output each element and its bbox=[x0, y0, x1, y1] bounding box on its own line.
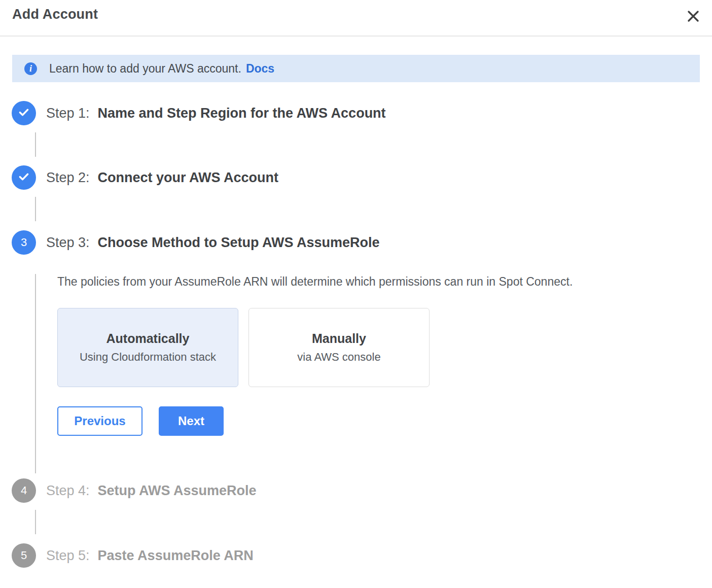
add-account-modal: Add Account i Learn how to add your AWS … bbox=[0, 0, 712, 588]
wizard-buttons: Previous Next bbox=[57, 406, 700, 436]
step-connector bbox=[35, 510, 36, 534]
step-4-number: 4 bbox=[21, 484, 27, 497]
step-row-1[interactable]: Step 1:Name and Step Region for the AWS … bbox=[12, 101, 700, 125]
step-5-label: Step 5: bbox=[46, 548, 90, 563]
step-3-circle: 3 bbox=[12, 230, 36, 255]
step-5-number: 5 bbox=[21, 549, 27, 562]
step-3-number: 3 bbox=[21, 236, 27, 249]
step-1-circle[interactable] bbox=[12, 101, 36, 125]
wizard-stepper: Step 1:Name and Step Region for the AWS … bbox=[0, 82, 712, 568]
step-row-5: 5 Step 5:Paste AssumeRole ARN bbox=[12, 543, 700, 568]
check-icon bbox=[17, 170, 30, 185]
step-3-label: Step 3: bbox=[46, 235, 90, 250]
modal-header: Add Account bbox=[0, 0, 712, 37]
step-1-label: Step 1: bbox=[46, 106, 90, 121]
info-banner: i Learn how to add your AWS account. Doc… bbox=[12, 55, 700, 82]
step-1-text: Step 1:Name and Step Region for the AWS … bbox=[46, 106, 386, 121]
check-icon bbox=[17, 106, 30, 121]
step-2-text: Step 2:Connect your AWS Account bbox=[46, 170, 278, 186]
step-row-4: 4 Step 4:Setup AWS AssumeRole bbox=[12, 478, 700, 503]
step-3-content: The policies from your AssumeRole ARN wi… bbox=[35, 274, 700, 473]
step-row-2[interactable]: Step 2:Connect your AWS Account bbox=[12, 165, 700, 190]
next-button[interactable]: Next bbox=[159, 406, 224, 436]
option-title: Automatically bbox=[106, 331, 190, 346]
option-card-automatically[interactable]: Automatically Using Cloudformation stack bbox=[57, 308, 238, 387]
step-3-title: Choose Method to Setup AWS AssumeRole bbox=[98, 235, 380, 250]
info-icon: i bbox=[24, 62, 37, 75]
step-4-label: Step 4: bbox=[46, 483, 90, 498]
step-2-label: Step 2: bbox=[46, 170, 90, 185]
step-2-circle[interactable] bbox=[12, 165, 36, 190]
step-connector bbox=[35, 132, 36, 157]
banner-text: Learn how to add your AWS account. bbox=[49, 62, 241, 76]
docs-link[interactable]: Docs bbox=[246, 62, 274, 76]
page-title: Add Account bbox=[12, 7, 98, 22]
option-subtitle: Using Cloudformation stack bbox=[80, 351, 216, 364]
step-4-text: Step 4:Setup AWS AssumeRole bbox=[46, 483, 257, 499]
step-1-title: Name and Step Region for the AWS Account bbox=[98, 106, 386, 121]
step-2-title: Connect your AWS Account bbox=[98, 170, 279, 185]
close-icon bbox=[686, 18, 701, 25]
option-subtitle: via AWS console bbox=[297, 351, 380, 364]
option-card-manually[interactable]: Manually via AWS console bbox=[248, 308, 430, 387]
step-5-circle: 5 bbox=[12, 543, 36, 568]
step-connector bbox=[35, 197, 36, 221]
step-3-description: The policies from your AssumeRole ARN wi… bbox=[57, 274, 700, 289]
step-row-3: 3 Step 3:Choose Method to Setup AWS Assu… bbox=[12, 230, 700, 255]
step-3-text: Step 3:Choose Method to Setup AWS Assume… bbox=[46, 235, 380, 251]
step-5-title: Paste AssumeRole ARN bbox=[98, 548, 254, 563]
step-5-text: Step 5:Paste AssumeRole ARN bbox=[46, 548, 254, 564]
assume-role-method-options: Automatically Using Cloudformation stack… bbox=[57, 308, 700, 387]
step-4-circle: 4 bbox=[12, 478, 36, 503]
step-4-title: Setup AWS AssumeRole bbox=[98, 483, 257, 498]
option-title: Manually bbox=[312, 331, 366, 346]
close-button[interactable] bbox=[685, 8, 702, 26]
previous-button[interactable]: Previous bbox=[57, 406, 143, 436]
